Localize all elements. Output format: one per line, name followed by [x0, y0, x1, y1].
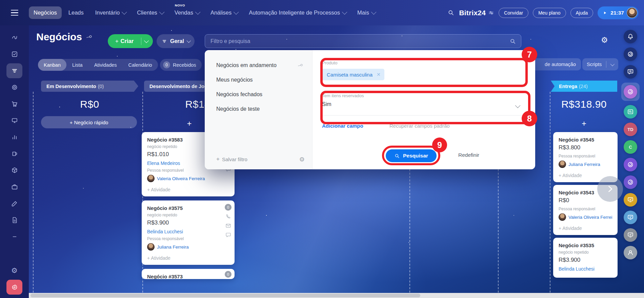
- counter-badge[interactable]: 0: [225, 271, 232, 278]
- hamburger-menu-icon[interactable]: [11, 10, 18, 16]
- settings-gear-icon[interactable]: ⚙: [6, 263, 22, 278]
- board-scroll-right-button[interactable]: [597, 176, 623, 202]
- notifications-bell-icon[interactable]: [624, 30, 637, 43]
- nav-item-automa-o-inteligente-de-processos[interactable]: Automação Inteligente de Processos: [244, 6, 350, 19]
- time-tracker[interactable]: 21:37: [598, 6, 639, 19]
- add-activity-link[interactable]: + Atividade: [147, 255, 229, 261]
- marketing-target-icon[interactable]: [6, 80, 22, 95]
- filter-preset[interactable]: Negócios fechados: [216, 91, 303, 98]
- filter-settings-gear-icon[interactable]: ⚙: [299, 156, 305, 163]
- scrollbar-handle[interactable]: [31, 294, 420, 297]
- market-mug-icon[interactable]: [6, 146, 22, 161]
- deal-client-link[interactable]: Belinda Lucchesi: [559, 266, 612, 272]
- column-header-em-desenvolvimento[interactable]: Em Desenvolvimento(0): [41, 81, 138, 92]
- invite-button[interactable]: Convidar: [499, 8, 528, 18]
- deal-title[interactable]: Negócio #3535: [559, 242, 612, 248]
- add-activity-link[interactable]: + Atividade: [559, 226, 612, 231]
- tasks-checkbox-icon[interactable]: [6, 47, 22, 62]
- documents-icon[interactable]: [6, 213, 22, 228]
- filter-search-bar[interactable]: [205, 34, 521, 48]
- help-button[interactable]: Ajuda: [570, 8, 593, 18]
- responsible-link[interactable]: Valeria Oliveira Ferreira: [157, 176, 205, 181]
- nav-item-clientes[interactable]: Clientes: [132, 6, 168, 19]
- sign-pen-icon[interactable]: [6, 196, 22, 211]
- store-cart-icon[interactable]: [6, 97, 22, 111]
- deal-client-link[interactable]: Belinda Lucchesi: [147, 229, 229, 234]
- add-activity-link[interactable]: + Atividade: [147, 187, 229, 192]
- counter-badge[interactable]: 0: [225, 204, 232, 211]
- filter-preset[interactable]: Negócios em andamento: [216, 62, 303, 68]
- company-briefcase-icon[interactable]: [6, 179, 22, 194]
- nav-item-neg-cios[interactable]: Negócios: [29, 6, 62, 19]
- app-ring-violet-icon[interactable]: [624, 175, 637, 189]
- news-feed-icon[interactable]: [624, 105, 637, 119]
- add-deal-button[interactable]: +: [551, 119, 617, 128]
- restore-fields-link[interactable]: Recuperar campos padrão: [389, 123, 450, 129]
- partner-swirl-icon[interactable]: [6, 280, 22, 295]
- c-avatar[interactable]: C: [624, 140, 637, 154]
- deal-card[interactable]: Negócio #3575negócio repetidoR$3.900Beli…: [142, 200, 235, 265]
- deal-title[interactable]: Negócio #3575: [147, 205, 229, 211]
- produto-tag-camiseta[interactable]: Camiseta masculina ✕: [322, 69, 384, 80]
- app-ring-purple-icon[interactable]: [624, 158, 637, 171]
- chat-sync-icon[interactable]: [624, 65, 637, 79]
- chat-squiggle-icon[interactable]: [6, 30, 22, 45]
- responsible-link[interactable]: Valeria Oliveira Ferreira: [568, 215, 612, 220]
- save-filter-button[interactable]: +Salvar filtro: [216, 156, 247, 163]
- search-icon[interactable]: [447, 9, 455, 16]
- filter-preset[interactable]: Meus negócios: [216, 77, 303, 83]
- responsible-link[interactable]: Juliana Ferreira: [568, 162, 600, 167]
- phone-icon[interactable]: [225, 213, 232, 220]
- deal-card[interactable]: Negócio #35730: [142, 269, 235, 279]
- column-header-entrega[interactable]: Entrega(24): [551, 81, 617, 92]
- deal-title[interactable]: Negócio #3545: [559, 137, 612, 143]
- tab-atividades[interactable]: Atividades: [88, 59, 123, 71]
- responsible-link[interactable]: Juliana Ferreira: [157, 244, 189, 250]
- monitor-check-gold-icon[interactable]: [624, 193, 637, 207]
- pin-icon[interactable]: [85, 33, 94, 41]
- crm-funnel-icon[interactable]: [6, 63, 22, 78]
- quick-deal-button[interactable]: + Negócio rápido: [41, 116, 137, 128]
- active-app-ring-icon[interactable]: [624, 85, 637, 99]
- nav-item-an-lises[interactable]: Análises: [206, 6, 242, 19]
- search-icon[interactable]: [509, 38, 516, 45]
- nav-item-mais[interactable]: Mais: [353, 6, 380, 19]
- nav-item-vendas[interactable]: VendasNOVO: [170, 6, 204, 19]
- td-avatar[interactable]: TD: [624, 123, 637, 136]
- add-field-link[interactable]: Adicionar campo: [322, 123, 363, 129]
- tab-kanban[interactable]: Kanban: [38, 59, 66, 71]
- monitor-check-blue-icon[interactable]: [624, 211, 637, 224]
- deal-title[interactable]: Negócio #3573: [147, 274, 229, 279]
- sites-monitor-icon[interactable]: [6, 113, 22, 128]
- horizontal-scrollbar[interactable]: [29, 293, 644, 298]
- my-plan-button[interactable]: Meu plano: [533, 8, 566, 18]
- reservados-select[interactable]: Sim: [322, 101, 331, 107]
- nav-item-leads[interactable]: Leads: [64, 6, 88, 19]
- deal-card[interactable]: Negócio #3545R$3.800Pessoa responsávelJu…: [553, 132, 618, 182]
- user-avatar[interactable]: [627, 7, 637, 18]
- sliders-icon[interactable]: [488, 10, 494, 16]
- bubble-icon[interactable]: [225, 232, 232, 238]
- deal-card[interactable]: Negócio #3535negócio repetidoR$3.900Beli…: [553, 238, 618, 278]
- scripts-button[interactable]: Scripts: [582, 58, 618, 70]
- reset-filter-link[interactable]: Redefinir: [458, 152, 479, 158]
- more-dash-icon[interactable]: [6, 229, 22, 244]
- create-button[interactable]: +Criar: [108, 34, 153, 48]
- close-icon[interactable]: ✕: [377, 72, 381, 77]
- user-avatar[interactable]: [624, 246, 637, 259]
- inventory-box-icon[interactable]: [6, 163, 22, 178]
- nav-item-invent-rio[interactable]: Inventário: [90, 6, 130, 19]
- tab-lista[interactable]: Lista: [66, 59, 88, 71]
- view-selector-geral[interactable]: Geral: [157, 34, 195, 48]
- search-submit-button[interactable]: Pesquisar: [386, 149, 437, 162]
- pin-icon[interactable]: [297, 61, 305, 69]
- filter-search-input[interactable]: [205, 38, 509, 44]
- analytics-chart-icon[interactable]: [6, 130, 22, 145]
- envelope-icon[interactable]: [225, 222, 232, 229]
- board-settings-gear-icon[interactable]: ⚙: [601, 36, 608, 45]
- tab-recebidos[interactable]: 0 Recebidos: [160, 59, 202, 71]
- crm-ring-icon[interactable]: [624, 47, 637, 61]
- monitor-check-gray-icon[interactable]: [624, 228, 637, 242]
- tab-calendário[interactable]: Calendário: [123, 59, 158, 71]
- filter-preset[interactable]: Negócios de teste: [216, 106, 303, 112]
